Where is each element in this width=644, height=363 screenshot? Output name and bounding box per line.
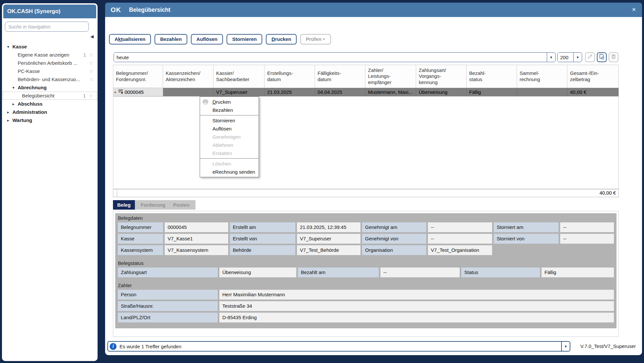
status-message-box: i Es wurde 1 Treffer gefunden ▼ — [107, 341, 570, 352]
context-menu: Drucken Bezahlen Stornieren Auflösen Gen… — [200, 96, 259, 177]
menu-item-aufloesen[interactable]: Auflösen — [200, 125, 259, 133]
sammelrechnung-cell[interactable] — [517, 88, 567, 96]
close-icon[interactable]: ✕ — [632, 3, 636, 17]
row-expand-icon[interactable]: ▸ — [115, 88, 117, 96]
drucken-button[interactable]: Drucken — [266, 34, 297, 44]
column-header[interactable]: Zahlungsart/Vorgangs-kennung — [416, 65, 467, 88]
menu-item-ablehnen: Ablehnen — [200, 141, 259, 149]
aktualisieren-button[interactable]: Aktualisieren — [109, 34, 151, 44]
favorite-star-icon[interactable]: ☆ — [89, 69, 94, 74]
sidebar-item-wartung[interactable]: ▸ Wartung — [3, 116, 97, 124]
limit-dropdown-button[interactable]: ▼ — [573, 53, 582, 62]
menu-item-stornieren[interactable]: Stornieren — [200, 116, 259, 125]
kassier-cell[interactable]: V7_Superuser — [213, 88, 265, 96]
betrag-cell[interactable]: 40,00 € — [567, 88, 618, 96]
section-title-belegstatus: Belegstatus — [118, 259, 614, 268]
column-header[interactable]: Erstellungs-datum — [265, 65, 315, 88]
sidebar-item-eigene-kasse-anzeigen[interactable]: Eigene Kasse anzeigen 1☆ — [3, 51, 97, 59]
sum-row: 40,00 € — [113, 189, 619, 197]
limit-input[interactable] — [558, 53, 573, 62]
menu-item-erechnung-senden[interactable]: eRechnung senden — [200, 168, 259, 176]
trash-icon — [611, 54, 616, 60]
column-header[interactable]: Bezahl-status — [467, 65, 517, 88]
tree-expanded-icon[interactable]: ▾ — [12, 85, 18, 90]
window-titlebar: OK Belegübersicht ✕ — [105, 3, 642, 17]
column-header[interactable]: Zahler/Leistungs-empfänger — [365, 65, 416, 88]
sum-total: 40,00 € — [117, 189, 618, 197]
field-value: V7_Kassensystem — [165, 245, 228, 255]
kassenzeichen-cell[interactable] — [163, 88, 213, 96]
favorite-star-icon[interactable]: ☆ — [89, 52, 94, 58]
field-label: Erstellt am — [230, 222, 295, 232]
sidebar-item-beleguebersicht[interactable]: Belegübersicht 1☆ — [3, 92, 97, 100]
stornieren-button[interactable]: Stornieren — [227, 34, 262, 44]
field-label: Belegnummer — [118, 222, 163, 232]
status-message: Es wurde 1 Treffer gefunden — [117, 344, 561, 349]
tree-expanded-icon[interactable]: ▾ — [7, 44, 12, 49]
sidebar-item-persoenlicher-arbeitskorb[interactable]: Persönlichen Arbeitskorb ... ☆ — [3, 59, 97, 67]
limit-combobox: ▼ — [557, 52, 582, 62]
field-value: V7_Test_Behörde — [297, 245, 360, 255]
dropdown-arrow-icon: ▼ — [564, 345, 567, 348]
tree-collapsed-icon[interactable]: ▸ — [7, 118, 12, 123]
beleguebersicht-window: OK Belegübersicht ✕ Aktualisieren Bezahl… — [105, 3, 642, 355]
field-value: 21.03.2025, 12:39:45 — [297, 222, 360, 232]
belegnummer-cell[interactable]: ▸ R 0000045 — [113, 88, 163, 96]
sum-row-stub — [113, 189, 117, 197]
favorite-star-icon[interactable]: ☆ — [89, 93, 93, 98]
save-filter-button[interactable] — [597, 52, 607, 62]
sidebar-item-kasse[interactable]: ▾ Kasse — [3, 43, 97, 51]
field-label: Kasse — [118, 234, 163, 244]
filter-dropdown-button[interactable]: ▼ — [547, 53, 555, 62]
favorite-star-icon[interactable]: ☆ — [89, 60, 94, 66]
field-value: V7_Test_Organisation — [428, 245, 492, 255]
sidebar-item-abschluss[interactable]: ▸ Abschluss — [3, 100, 97, 108]
column-header[interactable]: Gesamt-/Ein-zelbetrag — [567, 65, 618, 88]
sidebar-item-pc-kasse[interactable]: PC-Kasse ☆ — [3, 67, 97, 75]
field-label: Status — [461, 268, 540, 277]
sidebar-item-abrechnung[interactable]: ▾ Abrechnung — [3, 83, 97, 92]
sidebar-item-behoerden-kassenzuordnung[interactable]: Behörden- und Kassenzuo... ☆ — [3, 75, 97, 83]
menu-item-drucken[interactable]: Drucken — [200, 98, 259, 106]
column-header[interactable]: Belegnummer/Forderungsnr. — [113, 65, 163, 88]
bezahlen-button[interactable]: Bezahlen — [155, 34, 187, 44]
detail-panel: Belegdaten Belegnummer 0000045 Erstellt … — [113, 211, 619, 337]
detail-tabs: Beleg Forderung Posten — [113, 200, 195, 210]
status-dropdown-button[interactable]: ▼ — [561, 342, 570, 351]
aufloesen-button[interactable]: Auflösen — [191, 34, 223, 44]
receipt-icon: R — [118, 88, 123, 96]
collapse-sidebar-button[interactable]: ◀ — [90, 34, 94, 39]
navigation-tree: ▾ Kasse Eigene Kasse anzeigen 1☆ Persönl… — [3, 43, 97, 124]
tree-collapsed-icon[interactable]: ▸ — [12, 102, 18, 106]
erstellungsdatum-cell[interactable]: 21.03.2025 — [265, 88, 315, 96]
field-label: Kassensystem — [118, 245, 163, 255]
field-value: V7_Superuser — [297, 234, 360, 244]
field-value: -- — [428, 234, 492, 244]
sidebar-item-label: Eigene Kasse anzeigen — [18, 52, 69, 58]
bezahlstatus-cell[interactable]: Fällig — [467, 88, 517, 96]
column-header[interactable]: Kassier/Sachbearbeiter — [213, 65, 265, 88]
sidebar-item-administration[interactable]: ▸ Administration — [3, 108, 97, 116]
inactive-tabs: Forderung Posten — [135, 200, 195, 210]
app-title: OK.CASH (Synergo) — [3, 5, 96, 18]
zahler-cell[interactable]: Mustermann, Maxi... — [365, 88, 416, 96]
sidebar-item-label: Behörden- und Kassenzuo... — [18, 77, 80, 82]
column-header[interactable]: Sammel-rechnung — [517, 65, 567, 88]
tab-forderung[interactable]: Forderung — [137, 200, 169, 210]
field-label: Zahlungsart — [118, 268, 218, 277]
navigation-search-input[interactable] — [5, 22, 89, 32]
tab-beleg[interactable]: Beleg — [113, 200, 135, 210]
column-header[interactable]: Kassenzeichen/Aktenzeichen — [163, 65, 213, 88]
column-header[interactable]: Fälligkeits-datum — [315, 65, 365, 88]
tree-collapsed-icon[interactable]: ▸ — [7, 110, 12, 114]
faelligkeitsdatum-cell[interactable]: 04.04.2025 — [315, 88, 365, 96]
zahlungsart-cell[interactable]: Überweisung — [416, 88, 467, 96]
favorite-star-icon[interactable]: ☆ — [89, 77, 94, 82]
field-value: Herr Maximilian Mustermann — [219, 290, 614, 300]
menu-item-bezahlen[interactable]: Bezahlen — [200, 106, 259, 114]
empty-cell — [494, 245, 614, 255]
filter-input[interactable] — [114, 53, 547, 62]
field-value: V7_Kasse1 — [165, 234, 228, 244]
table-row[interactable]: ▸ R 0000045 V7_Superuser 21.03.2025 04.0… — [113, 88, 618, 96]
tab-posten[interactable]: Posten — [169, 200, 193, 210]
